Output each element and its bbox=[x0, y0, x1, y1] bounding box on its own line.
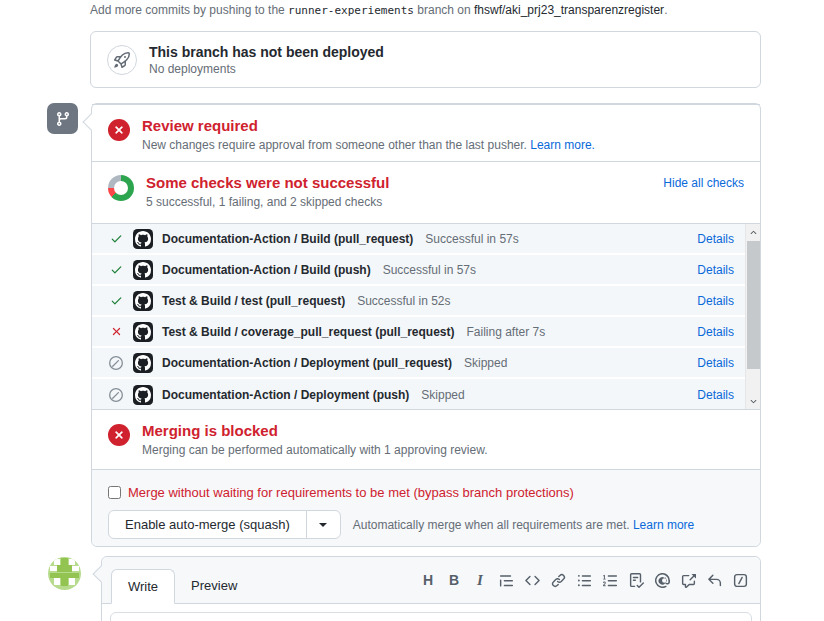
check-name: Documentation-Action / Deployment (push) bbox=[162, 388, 409, 402]
check-icon bbox=[108, 263, 124, 276]
unordered-list-icon[interactable] bbox=[574, 570, 594, 590]
github-actions-icon bbox=[133, 291, 153, 311]
scrollbar-thumb[interactable] bbox=[747, 241, 760, 369]
tab-write[interactable]: Write bbox=[111, 569, 175, 604]
comment-tabs: Write Preview bbox=[111, 569, 253, 604]
checks-scrollbar[interactable] bbox=[745, 224, 760, 409]
check-status-text: Skipped bbox=[464, 356, 507, 370]
ordered-list-icon[interactable] bbox=[600, 570, 620, 590]
deployment-subtitle: No deployments bbox=[149, 62, 384, 76]
bypass-protections-label: Merge without waiting for requirements t… bbox=[128, 485, 574, 500]
checks-summary-title: Some checks were not successful bbox=[146, 174, 389, 191]
check-status-text: Successful in 57s bbox=[425, 232, 518, 246]
checks-list: Documentation-Action / Build (pull_reque… bbox=[92, 223, 760, 409]
auto-merge-note: Automatically merge when all requirement… bbox=[353, 518, 695, 532]
merging-blocked-title: Merging is blocked bbox=[142, 422, 488, 439]
deployment-title: This branch has not been deployed bbox=[149, 44, 384, 60]
skip-icon bbox=[108, 388, 124, 402]
github-actions-icon bbox=[133, 260, 153, 280]
check-status-text: Successful in 52s bbox=[357, 294, 450, 308]
check-name: Test & Build / coverage_pull_request (pu… bbox=[162, 325, 455, 339]
checks-donut-icon bbox=[108, 175, 134, 201]
tasklist-icon[interactable] bbox=[626, 570, 646, 590]
check-row: Test & Build / coverage_pull_request (pu… bbox=[92, 317, 760, 348]
mention-icon[interactable] bbox=[652, 570, 672, 590]
auto-merge-dropdown-button[interactable] bbox=[306, 511, 340, 538]
check-icon bbox=[108, 294, 124, 307]
bypass-protections-option[interactable]: Merge without waiting for requirements t… bbox=[108, 485, 744, 500]
bold-icon[interactable]: B bbox=[444, 570, 464, 590]
italic-icon[interactable]: I bbox=[470, 570, 490, 590]
check-row: Documentation-Action / Deployment (pull_… bbox=[92, 348, 760, 379]
link-icon[interactable] bbox=[548, 570, 568, 590]
checks-summary-subtitle: 5 successful, 1 failing, and 2 skipped c… bbox=[146, 195, 389, 209]
code-icon[interactable] bbox=[522, 570, 542, 590]
scroll-down-icon[interactable] bbox=[746, 393, 760, 409]
quote-icon[interactable] bbox=[496, 570, 516, 590]
x-icon bbox=[108, 325, 124, 338]
check-details-link[interactable]: Details bbox=[697, 388, 734, 402]
chevron-down-icon bbox=[319, 523, 327, 531]
branch-name[interactable]: runner-experiements bbox=[288, 4, 414, 17]
x-circle-icon bbox=[108, 424, 130, 446]
check-details-link[interactable]: Details bbox=[697, 263, 734, 277]
comment-composer: Write Preview H B I bbox=[101, 556, 761, 621]
auto-merge-learn-more-link[interactable]: Learn more bbox=[633, 518, 694, 532]
comment-tabs-header: Write Preview H B I bbox=[102, 557, 760, 604]
merge-status-box: Review required New changes require appr… bbox=[91, 103, 761, 547]
tab-preview[interactable]: Preview bbox=[175, 569, 253, 604]
deployment-status-box: This branch has not been deployed No dep… bbox=[90, 31, 761, 88]
bypass-protections-checkbox[interactable] bbox=[108, 486, 121, 499]
enable-auto-merge-button[interactable]: Enable auto-merge (squash) bbox=[109, 511, 306, 538]
comment-box-pointer bbox=[93, 566, 110, 583]
check-icon bbox=[108, 232, 124, 245]
check-status-text: Skipped bbox=[421, 388, 464, 402]
check-details-link[interactable]: Details bbox=[697, 356, 734, 370]
review-required-title: Review required bbox=[142, 117, 595, 134]
check-name: Documentation-Action / Deployment (pull_… bbox=[162, 356, 452, 370]
check-row: Documentation-Action / Deployment (push)… bbox=[92, 379, 760, 409]
hide-all-checks-link[interactable]: Hide all checks bbox=[663, 176, 744, 190]
check-row: Test & Build / test (pull_request) Succe… bbox=[92, 286, 760, 317]
x-circle-icon bbox=[108, 119, 130, 141]
slash-commands-icon[interactable] bbox=[730, 570, 750, 590]
scroll-up-icon[interactable] bbox=[746, 224, 760, 240]
cross-reference-icon[interactable] bbox=[678, 570, 698, 590]
comment-body bbox=[102, 604, 760, 621]
merge-actions-section: Merge without waiting for requirements t… bbox=[92, 469, 760, 546]
github-actions-icon bbox=[133, 385, 153, 405]
check-details-link[interactable]: Details bbox=[697, 325, 734, 339]
check-name: Documentation-Action / Build (push) bbox=[162, 263, 371, 277]
review-required-body: New changes require approval from someon… bbox=[142, 138, 595, 152]
check-row: Documentation-Action / Build (push) Succ… bbox=[92, 255, 760, 286]
github-actions-icon bbox=[133, 353, 153, 373]
repo-link[interactable]: fhswf/aki_prj23_transparenzregister bbox=[474, 3, 664, 17]
review-learn-more-link[interactable]: Learn more. bbox=[530, 138, 595, 152]
git-branch-icon bbox=[47, 103, 78, 134]
github-actions-icon bbox=[133, 322, 153, 342]
checks-summary-section: Some checks were not successful 5 succes… bbox=[92, 161, 760, 223]
github-actions-icon bbox=[133, 229, 153, 249]
reply-icon[interactable] bbox=[704, 570, 724, 590]
check-name: Test & Build / test (pull_request) bbox=[162, 294, 345, 308]
check-row: Documentation-Action / Build (pull_reque… bbox=[92, 224, 760, 255]
merging-blocked-section: Merging is blocked Merging can be perfor… bbox=[92, 409, 760, 469]
check-details-link[interactable]: Details bbox=[697, 294, 734, 308]
merging-blocked-body: Merging can be performed automatically w… bbox=[142, 443, 488, 457]
review-required-section: Review required New changes require appr… bbox=[92, 104, 760, 161]
comment-input[interactable] bbox=[110, 612, 752, 621]
user-avatar[interactable] bbox=[48, 557, 81, 590]
skip-icon bbox=[108, 356, 124, 370]
check-status-text: Failing after 7s bbox=[467, 325, 546, 339]
check-name: Documentation-Action / Build (pull_reque… bbox=[162, 232, 413, 246]
heading-icon[interactable]: H bbox=[418, 570, 438, 590]
rocket-icon bbox=[107, 45, 137, 75]
check-details-link[interactable]: Details bbox=[697, 232, 734, 246]
check-status-text: Successful in 57s bbox=[383, 263, 476, 277]
auto-merge-button-group: Enable auto-merge (squash) bbox=[108, 510, 341, 539]
markdown-toolbar: H B I bbox=[418, 570, 750, 590]
push-more-commits-note: Add more commits by pushing to the runne… bbox=[90, 3, 667, 17]
